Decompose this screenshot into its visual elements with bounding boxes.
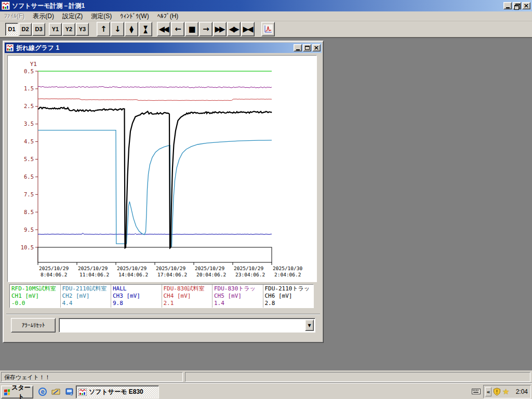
toolbar-step-right-button[interactable]: →: [199, 22, 212, 36]
svg-text:17:04:06.2: 17:04:06.2: [157, 272, 187, 277]
status-bar: 保存ウェイト！！: [0, 370, 532, 383]
legend-channel-5: FDU-830トラッCH5 [mV]1.4: [212, 285, 263, 308]
menu-bar: ﾌｧｲﾙ(F)表示(D)設定(Z)測定(S)ｳｨﾝﾄﾞｳ(W)ﾍﾙﾌﾟ(H): [0, 11, 532, 21]
svg-text:10.5: 10.5: [21, 244, 34, 250]
security-shield-icon[interactable]: [493, 388, 501, 396]
toolbar-expand-horizontal-button[interactable]: ◀▶: [227, 22, 241, 36]
legend-channel-3: HALLCH3 [mV]9.8: [111, 285, 162, 308]
svg-text:2:04:06.2: 2:04:06.2: [274, 272, 301, 277]
toolbar-scroll-up-button[interactable]: ↑: [97, 22, 110, 36]
combobox-dropdown-icon[interactable]: ▼: [305, 320, 314, 331]
toolbar-scroll-down-button[interactable]: ↓: [111, 22, 124, 36]
graph-window-titlebar[interactable]: 折れ線グラフ 1 ×: [5, 43, 322, 53]
svg-text:2025/10/30: 2025/10/30: [273, 265, 302, 271]
toolbar-fast-forward-button[interactable]: ▶▶: [213, 22, 227, 36]
taskbar: スタート e ソフトサーモ E830 « ★ 2:04: [0, 383, 532, 399]
graph-maximize-button[interactable]: [303, 44, 311, 51]
channel-legend: RFD-10MS試料室CH1 [mV]-0.0FDU-2110試料室CH2 [m…: [9, 284, 314, 308]
legend-channel-4: FDU-830試料室CH4 [mV]2.1: [162, 285, 213, 308]
svg-text:2.5: 2.5: [24, 103, 34, 109]
tray-chevron-button[interactable]: «: [485, 387, 491, 396]
toolbar-button-d1[interactable]: D1: [5, 23, 18, 36]
graph-window-icon: [6, 44, 14, 51]
app-icon: [2, 2, 10, 10]
svg-text:5.5: 5.5: [24, 156, 34, 162]
toolbar-expand-vertical-button[interactable]: ▲▼: [125, 22, 138, 36]
menu-item-help[interactable]: ﾍﾙﾌﾟ(H): [153, 11, 183, 21]
toolbar-button-y3[interactable]: Y3: [76, 23, 89, 36]
legend-channel-6: FDU-2110トラッCH6 [mV]2.8: [263, 285, 314, 308]
status-panel-right: [185, 372, 530, 382]
desktop: ソフトサーモ計測－計測1 × ﾌｧｲﾙ(F)表示(D)設定(Z)測定(S)ｳｨﾝ…: [0, 0, 532, 399]
svg-text:6.5: 6.5: [24, 174, 34, 180]
svg-text:3.5: 3.5: [24, 121, 34, 127]
outlook-icon[interactable]: [64, 387, 75, 397]
keyboard-language-icon[interactable]: [472, 388, 481, 396]
svg-text:4.5: 4.5: [24, 138, 34, 144]
graph-view-button[interactable]: [261, 22, 275, 36]
series-ch4: [38, 99, 272, 101]
svg-text:2025/10/29: 2025/10/29: [117, 265, 147, 271]
alarm-combobox[interactable]: ▼: [59, 318, 315, 332]
series-ch5: [38, 86, 272, 88]
toolbar-button-y1[interactable]: Y1: [49, 23, 62, 36]
svg-text:e: e: [41, 388, 44, 395]
start-label: スタート: [11, 383, 31, 399]
mini-graph-icon: [263, 24, 273, 34]
legend-channel-1: RFD-10MS試料室CH1 [mV]-0.0: [10, 285, 61, 308]
line-chart[interactable]: Y10.51.52.53.54.55.56.57.58.59.510.52025…: [7, 55, 317, 282]
svg-text:2025/10/29: 2025/10/29: [78, 265, 108, 271]
task-button-softthermo[interactable]: ソフトサーモ E830: [76, 385, 159, 398]
restore-button[interactable]: [513, 2, 521, 9]
ie-icon[interactable]: e: [37, 387, 48, 397]
alarm-reset-button[interactable]: ｱﾗｰﾑﾘｾｯﾄ: [11, 318, 56, 332]
minimize-button[interactable]: [503, 2, 512, 9]
graph-close-button[interactable]: ×: [312, 44, 321, 51]
menu-item-file: ﾌｧｲﾙ(F): [0, 11, 29, 21]
main-titlebar[interactable]: ソフトサーモ計測－計測1 ×: [0, 0, 532, 11]
mdi-workspace: 折れ線グラフ 1 × Y10.51.52.53.54.55.56.57.58.5…: [0, 37, 532, 370]
task-button-label: ソフトサーモ E830: [89, 388, 143, 396]
menu-item-window[interactable]: ｳｨﾝﾄﾞｳ(W): [116, 11, 153, 21]
windows-logo-icon: [4, 389, 10, 396]
toolbar-stop-button[interactable]: ■: [185, 22, 198, 36]
svg-text:23:04:06.2: 23:04:06.2: [235, 272, 265, 277]
svg-text:8:04:06.2: 8:04:06.2: [41, 272, 67, 277]
status-message: 保存ウェイト！！: [1, 372, 183, 382]
svg-text:7.5: 7.5: [24, 191, 34, 197]
start-button[interactable]: スタート: [1, 385, 33, 398]
close-button[interactable]: ×: [522, 2, 530, 9]
main-window: ソフトサーモ計測－計測1 × ﾌｧｲﾙ(F)表示(D)設定(Z)測定(S)ｳｨﾝ…: [0, 0, 532, 383]
task-app-icon: [78, 389, 87, 396]
menu-item-settings[interactable]: 設定(Z): [58, 11, 87, 22]
svg-text:Y1: Y1: [30, 61, 37, 68]
toolbar-fast-rewind-button[interactable]: ◀◀: [157, 22, 170, 36]
toolbar: D1D2D3 Y1Y2Y3 ↑↓▲▼▼▲◀◀←■→▶▶◀▶▶◀: [0, 21, 532, 37]
svg-text:14:04:06.2: 14:04:06.2: [118, 272, 148, 277]
legend-channel-2: FDU-2110試料室CH2 [mV]4.4: [61, 285, 112, 308]
menu-item-view[interactable]: 表示(D): [29, 11, 58, 22]
svg-text:11:04:06.2: 11:04:06.2: [79, 272, 109, 277]
graph-window-title: 折れ線グラフ 1: [16, 44, 294, 52]
svg-text:20:04:06.2: 20:04:06.2: [196, 272, 226, 277]
svg-text:2025/10/29: 2025/10/29: [195, 265, 224, 271]
graph-minimize-button[interactable]: [294, 44, 302, 51]
system-tray: « ★ 2:04: [483, 385, 531, 398]
show-desktop-icon[interactable]: [51, 387, 61, 397]
window-title: ソフトサーモ計測－計測1: [12, 2, 503, 10]
menu-item-measure[interactable]: 測定(S): [87, 11, 116, 22]
svg-text:9.5: 9.5: [24, 227, 34, 233]
svg-text:1.5: 1.5: [24, 85, 34, 91]
svg-text:2025/10/29: 2025/10/29: [39, 265, 69, 271]
toolbar-compress-vertical-button[interactable]: ▼▲: [139, 22, 152, 36]
toolbar-button-d3[interactable]: D3: [32, 23, 45, 36]
star-tray-icon[interactable]: ★: [502, 387, 509, 396]
toolbar-step-left-button[interactable]: ←: [171, 22, 184, 36]
toolbar-button-y2[interactable]: Y2: [62, 23, 75, 36]
toolbar-compress-horizontal-button[interactable]: ▶◀: [241, 22, 255, 36]
chart-canvas: Y10.51.52.53.54.55.56.57.58.59.510.52025…: [8, 56, 316, 282]
toolbar-button-d2[interactable]: D2: [19, 23, 32, 36]
clock: 2:04: [516, 388, 529, 395]
alarm-combobox-value: [59, 318, 305, 332]
svg-text:8.5: 8.5: [24, 209, 34, 215]
